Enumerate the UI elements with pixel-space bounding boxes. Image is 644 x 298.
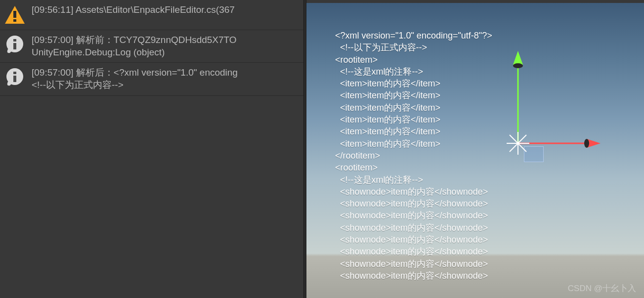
selection-box <box>524 146 544 162</box>
svg-rect-5 <box>13 43 16 49</box>
info-icon <box>4 34 26 56</box>
svg-rect-8 <box>13 76 16 82</box>
svg-marker-13 <box>587 139 601 148</box>
svg-rect-1 <box>13 11 16 18</box>
svg-rect-4 <box>13 39 16 42</box>
console-entry[interactable]: [09:57:00] 解析后：<?xml version="1.0" encod… <box>0 63 303 95</box>
svg-rect-2 <box>13 19 16 22</box>
console-entry-text: [09:57:00] 解析后：<?xml version="1.0" encod… <box>32 67 238 91</box>
console-entry-text: [09:57:00] 解析前：TCY7QZ9znnQDHsdd5X7TOUnit… <box>32 34 237 58</box>
scene-view[interactable]: <?xml version="1.0" encoding="utf-8"?> <… <box>306 0 644 298</box>
console-entry[interactable]: [09:57:00] 解析前：TCY7QZ9znnQDHsdd5X7TOUnit… <box>0 30 303 63</box>
scene-overlay-text: <?xml version="1.0" encoding="utf-8"?> <… <box>335 30 644 282</box>
svg-point-14 <box>584 139 589 148</box>
svg-marker-10 <box>513 51 523 65</box>
scene-toolbar-strip <box>306 0 644 3</box>
transform-gizmo[interactable] <box>506 47 604 161</box>
console-entry[interactable]: [09:56:11] Assets\Editor\EnpackFileEdito… <box>0 0 303 30</box>
watermark: CSDN @十幺卜入 <box>568 283 636 294</box>
svg-point-11 <box>513 63 523 68</box>
warning-icon <box>4 4 26 26</box>
console-panel: [09:56:11] Assets\Editor\EnpackFileEdito… <box>0 0 303 298</box>
console-entry-text: [09:56:11] Assets\Editor\EnpackFileEdito… <box>32 4 235 16</box>
svg-rect-7 <box>13 72 16 74</box>
info-icon <box>4 67 26 88</box>
